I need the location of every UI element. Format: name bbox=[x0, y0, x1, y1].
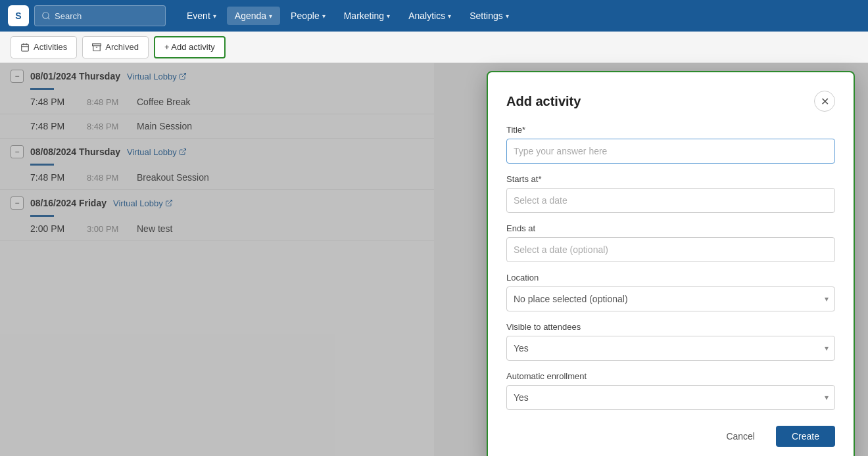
close-icon: ✕ bbox=[821, 95, 829, 108]
enrollment-select-wrap: Yes No ▾ bbox=[506, 385, 835, 410]
nav-item-analytics[interactable]: Analytics ▾ bbox=[400, 7, 459, 25]
location-label: Location bbox=[506, 273, 835, 283]
main-content: − 08/01/2024 Thursday Virtual Lobby 7:48… bbox=[0, 63, 868, 456]
location-select-wrap: No place selected (optional) ▾ bbox=[506, 286, 835, 311]
title-input[interactable] bbox=[506, 139, 835, 164]
activities-button[interactable]: Activities bbox=[11, 36, 77, 58]
starts-at-input[interactable] bbox=[506, 188, 835, 213]
title-label: Title* bbox=[506, 125, 835, 135]
modal-header: Add activity ✕ bbox=[506, 91, 835, 112]
visible-field-group: Visible to attendees Yes No ▾ bbox=[506, 322, 835, 361]
nav-item-agenda[interactable]: Agenda ▾ bbox=[227, 7, 280, 25]
chevron-down-icon: ▾ bbox=[387, 12, 390, 20]
archived-button[interactable]: Archived bbox=[82, 36, 149, 58]
chevron-down-icon: ▾ bbox=[506, 12, 509, 20]
chevron-down-icon: ▾ bbox=[213, 12, 216, 20]
starts-at-label: Starts at* bbox=[506, 174, 835, 184]
search-bar[interactable]: Search bbox=[34, 5, 166, 26]
nav-item-settings[interactable]: Settings ▾ bbox=[462, 7, 517, 25]
svg-line-1 bbox=[48, 18, 50, 20]
nav-item-event[interactable]: Event ▾ bbox=[179, 7, 224, 25]
ends-at-field-group: Ends at bbox=[506, 223, 835, 262]
svg-point-0 bbox=[43, 12, 49, 18]
nav-item-people[interactable]: People ▾ bbox=[283, 7, 333, 25]
modal-title: Add activity bbox=[506, 94, 581, 109]
add-activity-button[interactable]: + Add activity bbox=[154, 36, 226, 58]
enrollment-field-group: Automatic enrollment Yes No ▾ bbox=[506, 371, 835, 410]
chevron-down-icon: ▾ bbox=[322, 12, 326, 20]
ends-at-input[interactable] bbox=[506, 237, 835, 262]
calendar-icon bbox=[20, 43, 30, 52]
search-icon bbox=[41, 11, 51, 20]
app-logo: S bbox=[8, 5, 29, 26]
sub-toolbar: Activities Archived + Add activity bbox=[0, 32, 868, 63]
ends-at-label: Ends at bbox=[506, 223, 835, 233]
nav-menu: Event ▾ Agenda ▾ People ▾ Marketing ▾ An… bbox=[179, 7, 517, 25]
visible-select[interactable]: Yes No bbox=[506, 336, 835, 361]
nav-item-marketing[interactable]: Marketing ▾ bbox=[336, 7, 398, 25]
search-placeholder: Search bbox=[55, 11, 82, 21]
enrollment-label: Automatic enrollment bbox=[506, 371, 835, 381]
visible-select-wrap: Yes No ▾ bbox=[506, 336, 835, 361]
enrollment-select[interactable]: Yes No bbox=[506, 385, 835, 410]
archive-icon bbox=[92, 43, 101, 52]
location-field-group: Location No place selected (optional) ▾ bbox=[506, 273, 835, 311]
top-navigation: S Search Event ▾ Agenda ▾ People ▾ Marke… bbox=[0, 0, 868, 32]
chevron-down-icon: ▾ bbox=[269, 12, 272, 20]
modal-close-button[interactable]: ✕ bbox=[814, 91, 835, 112]
svg-rect-6 bbox=[93, 43, 101, 45]
add-activity-modal: Add activity ✕ Title* Starts at* Ends at… bbox=[487, 71, 855, 456]
starts-at-field-group: Starts at* bbox=[506, 174, 835, 213]
location-select[interactable]: No place selected (optional) bbox=[506, 286, 835, 311]
visible-label: Visible to attendees bbox=[506, 322, 835, 332]
chevron-down-icon: ▾ bbox=[448, 12, 451, 20]
title-field-group: Title* bbox=[506, 125, 835, 164]
create-button[interactable]: Create bbox=[776, 426, 835, 447]
modal-footer: Cancel Create bbox=[506, 426, 835, 447]
svg-rect-2 bbox=[22, 44, 29, 51]
cancel-button[interactable]: Cancel bbox=[713, 426, 768, 447]
